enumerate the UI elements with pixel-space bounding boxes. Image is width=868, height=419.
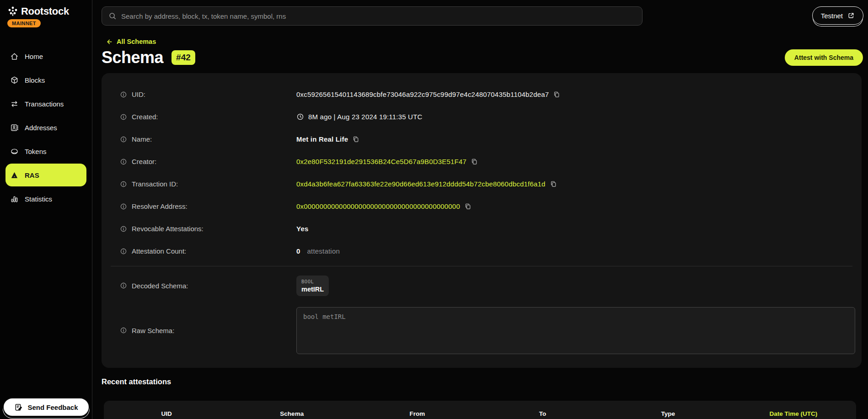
statistics-icon bbox=[10, 195, 19, 203]
detail-label-text: Attestation Count: bbox=[132, 247, 186, 255]
blocks-icon bbox=[10, 76, 19, 85]
schema-name-value: Met in Real Life bbox=[296, 135, 348, 143]
sidebar: Rootstock MAINNET Home Blocks Transactio… bbox=[0, 0, 92, 419]
column-header-to: To bbox=[480, 410, 605, 417]
sidebar-item-transactions[interactable]: Transactions bbox=[0, 92, 92, 116]
detail-label-text: Raw Schema: bbox=[132, 327, 174, 334]
detail-label-text: Resolver Address: bbox=[132, 202, 188, 210]
detail-row-creator: Creator: 0x2e80F532191de291536B24Ce5D67a… bbox=[102, 150, 862, 173]
back-link-all-schemas[interactable]: All Schemas bbox=[106, 38, 156, 45]
detail-row-created: Created: 8M ago | Aug 23 2024 19:11:35 U… bbox=[102, 106, 862, 128]
schema-field-name: metIRL bbox=[301, 286, 324, 293]
back-link-label: All Schemas bbox=[117, 38, 156, 45]
column-header-type: Type bbox=[605, 410, 731, 417]
detail-row-name: Name: Met in Real Life bbox=[102, 128, 862, 150]
attestation-count-suffix: attestation bbox=[307, 247, 340, 255]
sidebar-item-label: Home bbox=[25, 53, 43, 60]
feedback-label: Send Feedback bbox=[27, 403, 78, 411]
column-header-uid: UID bbox=[104, 410, 229, 417]
info-icon bbox=[120, 113, 127, 121]
tokens-icon bbox=[10, 147, 19, 156]
recent-attestations-heading: Recent attestations bbox=[102, 377, 171, 386]
decoded-schema-field-card: BOOL metIRL bbox=[296, 276, 329, 296]
main-content: Testnet All Schemas Schema #42 Attest wi… bbox=[92, 0, 868, 419]
created-value: 8M ago | Aug 23 2024 19:11:35 UTC bbox=[308, 113, 423, 121]
info-icon bbox=[120, 282, 127, 289]
transaction-id-link[interactable]: 0xd4a3b6fea627fa63363fe22e90d66ed613e912… bbox=[296, 180, 546, 188]
search-bar bbox=[102, 6, 643, 26]
sidebar-item-label: RAS bbox=[25, 171, 39, 179]
resolver-address-link[interactable]: 0x00000000000000000000000000000000000000… bbox=[296, 202, 460, 210]
sidebar-item-label: Addresses bbox=[25, 124, 57, 132]
home-icon bbox=[10, 52, 19, 61]
copy-icon[interactable] bbox=[553, 90, 560, 98]
detail-label-text: Revocable Attestations: bbox=[132, 225, 204, 233]
info-icon bbox=[120, 158, 127, 165]
rootstock-logo-icon bbox=[7, 6, 18, 17]
copy-icon[interactable] bbox=[464, 202, 472, 210]
sidebar-item-label: Statistics bbox=[25, 195, 52, 203]
copy-icon[interactable] bbox=[352, 135, 359, 143]
network-switch-label: Testnet bbox=[821, 12, 843, 20]
feedback-pencil-icon bbox=[14, 403, 23, 412]
detail-row-raw-schema: Raw Schema: bool metIRL bbox=[102, 305, 862, 356]
info-icon bbox=[120, 180, 127, 188]
brand-name: Rootstock bbox=[21, 5, 69, 17]
copy-icon[interactable] bbox=[471, 158, 478, 165]
sidebar-item-label: Blocks bbox=[25, 76, 45, 84]
info-icon bbox=[120, 248, 127, 255]
detail-row-attestation-count: Attestation Count: 0 attestation bbox=[102, 240, 862, 262]
page-title: Schema bbox=[102, 48, 163, 67]
detail-row-decoded-schema: Decoded Schema: BOOL metIRL bbox=[102, 266, 862, 305]
info-icon bbox=[120, 203, 127, 210]
raw-schema-textarea[interactable]: bool metIRL bbox=[296, 307, 855, 354]
network-switch-button[interactable]: Testnet bbox=[812, 6, 863, 25]
detail-row-revocable: Revocable Attestations: Yes bbox=[102, 217, 862, 240]
search-input[interactable] bbox=[121, 12, 636, 20]
detail-row-resolver-address: Resolver Address: 0x00000000000000000000… bbox=[102, 195, 862, 217]
clock-icon bbox=[296, 113, 304, 121]
brand[interactable]: Rootstock bbox=[0, 0, 92, 17]
detail-label-text: UID: bbox=[132, 90, 145, 98]
info-icon bbox=[120, 136, 127, 143]
info-icon bbox=[120, 327, 127, 334]
external-link-icon bbox=[847, 12, 855, 19]
copy-icon[interactable] bbox=[550, 180, 557, 188]
sidebar-item-addresses[interactable]: Addresses bbox=[0, 116, 92, 139]
detail-label-text: Transaction ID: bbox=[132, 180, 178, 188]
creator-address-link[interactable]: 0x2e80F532191de291536B24Ce5D67a9B0D3E51F… bbox=[296, 158, 466, 165]
detail-row-uid: UID: 0xc59265615401143689cbfe73046a922c9… bbox=[102, 83, 862, 106]
detail-row-transaction-id: Transaction ID: 0xd4a3b6fea627fa63363fe2… bbox=[102, 173, 862, 195]
column-header-date-time[interactable]: Date Time (UTC) bbox=[731, 410, 856, 417]
sidebar-item-home[interactable]: Home bbox=[0, 44, 92, 68]
column-header-schema: Schema bbox=[229, 410, 354, 417]
transactions-icon bbox=[10, 100, 19, 108]
attestations-table-header: UID Schema From To Type Date Time (UTC) bbox=[104, 401, 856, 419]
info-icon bbox=[120, 91, 127, 98]
attestation-count-value: 0 bbox=[296, 247, 300, 255]
schema-details-panel: UID: 0xc59265615401143689cbfe73046a922c9… bbox=[102, 73, 862, 368]
addresses-icon bbox=[10, 123, 19, 132]
column-header-from: From bbox=[354, 410, 480, 417]
detail-label-text: Creator: bbox=[132, 158, 156, 165]
revocable-value: Yes bbox=[296, 225, 308, 233]
sidebar-item-ras[interactable]: RAS bbox=[5, 164, 86, 186]
detail-label-text: Decoded Schema: bbox=[132, 282, 188, 290]
sidebar-item-label: Tokens bbox=[25, 148, 47, 155]
back-arrow-icon bbox=[106, 38, 113, 45]
search-icon bbox=[108, 12, 117, 20]
sidebar-item-blocks[interactable]: Blocks bbox=[0, 68, 92, 92]
sidebar-item-tokens[interactable]: Tokens bbox=[0, 139, 92, 163]
sidebar-item-label: Transactions bbox=[25, 100, 64, 108]
sidebar-item-statistics[interactable]: Statistics bbox=[0, 187, 92, 211]
schema-number-badge: #42 bbox=[171, 50, 195, 65]
title-row: Schema #42 Attest with Schema bbox=[102, 47, 868, 69]
schema-field-type: BOOL bbox=[301, 279, 324, 284]
uid-value: 0xc59265615401143689cbfe73046a922c975c99… bbox=[296, 90, 549, 98]
sidebar-nav: Home Blocks Transactions Addresses Token… bbox=[0, 44, 92, 211]
network-badge: MAINNET bbox=[7, 19, 41, 27]
detail-label-text: Name: bbox=[132, 135, 152, 143]
ras-icon bbox=[10, 171, 19, 180]
attest-with-schema-button[interactable]: Attest with Schema bbox=[785, 49, 863, 66]
send-feedback-button[interactable]: Send Feedback bbox=[3, 398, 90, 417]
